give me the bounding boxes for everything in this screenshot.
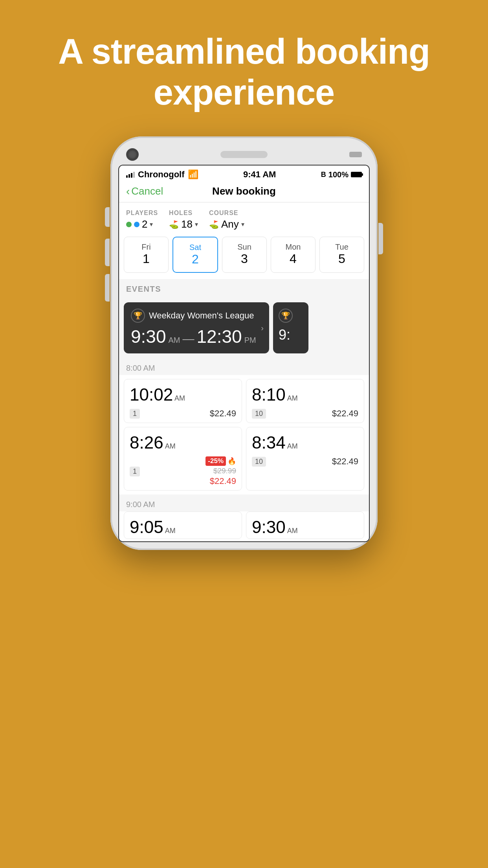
signal-bars-icon <box>126 171 135 178</box>
slot-time-905: 9:05 <box>130 517 163 537</box>
player-dot-1 <box>126 222 132 227</box>
date-fri-1[interactable]: Fri 1 <box>124 237 169 273</box>
event-start-time-0: 9:30 <box>131 326 166 347</box>
discount-badge-826: -25% <box>205 456 226 466</box>
cancel-button[interactable]: ‹ Cancel <box>126 185 163 198</box>
slot-bottom-834: 10 $22.49 <box>252 456 358 467</box>
headline-text: A streamlined booking experience <box>31 31 457 113</box>
headline-area: A streamlined booking experience <box>0 0 488 136</box>
cancel-label: Cancel <box>131 185 163 197</box>
phone-top-bar <box>118 144 370 165</box>
slot-card-1002[interactable]: 10:02 AM 1 $22.49 <box>124 379 242 423</box>
battery-pct: 100% <box>328 170 349 179</box>
slot-bottom-826: 1 -25% 🔥 $29.99 $22.49 <box>130 456 236 486</box>
slot-badge-810: 10 <box>252 409 266 419</box>
slot-badge-826: 1 <box>130 467 140 476</box>
slot-card-930[interactable]: 9:30 AM -25% 🔥 <box>246 511 364 539</box>
date-mon-4[interactable]: Mon 4 <box>271 237 316 273</box>
event-start-partial: 9: <box>279 327 290 343</box>
event-dash-0: — <box>183 332 194 346</box>
slot-card-905[interactable]: 9:05 AM -25% 🔥 <box>124 511 242 539</box>
event-card-1[interactable]: 🏆 9: <box>273 302 308 353</box>
slot-badge-834: 10 <box>252 457 266 467</box>
phone-frame: Chronogolf 📶 9:41 AM B 100% ‹ Cancel New… <box>110 136 378 550</box>
holes-option[interactable]: HOLES ⛳ 18 ▾ <box>169 210 198 230</box>
slot-time-826: 8:26 <box>130 433 163 452</box>
status-bar: Chronogolf 📶 9:41 AM B 100% <box>119 166 369 182</box>
discount-row-826: -25% 🔥 <box>205 456 236 466</box>
slot-period-826: AM <box>165 442 176 451</box>
slot-period-930: AM <box>287 527 298 535</box>
event-header-0: 🏆 Weekday Women's League <box>131 309 262 323</box>
date-num-0: 1 <box>143 252 150 266</box>
phone-camera <box>126 148 139 161</box>
slot-bottom-810: 10 $22.49 <box>252 408 358 419</box>
course-dropdown-icon: ▾ <box>241 221 244 228</box>
slot-price-834: $22.49 <box>332 456 358 467</box>
battery-icon <box>351 172 362 177</box>
holes-label: HOLES <box>169 210 198 217</box>
slot-sale-price-826: $22.49 <box>210 476 236 486</box>
date-picker: Fri 1 Sat 2 Sun 3 Mon 4 Tue 5 <box>119 230 369 279</box>
course-label: COURSE <box>209 210 244 217</box>
date-day-2: Sun <box>237 243 251 252</box>
holes-value-row: ⛳ 18 ▾ <box>169 218 198 230</box>
event-card-0[interactable]: 🏆 Weekday Women's League 9:30 AM — 12:30… <box>124 302 269 353</box>
date-day-4: Tue <box>335 243 349 252</box>
time-group-label-8am: 8:00 AM <box>119 358 369 375</box>
slot-time-row-810: 8:10 AM <box>252 385 358 405</box>
players-option[interactable]: PLAYERS 2 ▾ <box>126 210 158 230</box>
battery-fill <box>352 173 361 177</box>
fire-icon-826: 🔥 <box>227 457 236 465</box>
event-arrow-icon-0: › <box>261 324 264 333</box>
nav-bar: ‹ Cancel New booking <box>119 182 369 202</box>
date-sun-3[interactable]: Sun 3 <box>222 237 267 273</box>
back-chevron-icon: ‹ <box>126 185 130 198</box>
players-count: 2 <box>142 218 147 230</box>
phone-sensors <box>349 152 362 157</box>
date-tue-5[interactable]: Tue 5 <box>319 237 364 273</box>
pin-icon: ⛳ <box>169 220 179 229</box>
slot-period-905: AM <box>165 527 176 535</box>
date-day-0: Fri <box>141 243 150 252</box>
events-section-label: EVENTS <box>119 279 369 298</box>
slot-time-row-1002: 10:02 AM <box>130 385 236 405</box>
players-value-row: 2 ▾ <box>126 218 158 230</box>
slot-time-row-834: 8:34 AM <box>252 433 358 452</box>
holes-dropdown-icon: ▾ <box>195 221 198 228</box>
slot-card-810[interactable]: 8:10 AM 10 $22.49 <box>246 379 364 423</box>
event-end-period-0: PM <box>244 336 256 345</box>
players-label: PLAYERS <box>126 210 158 217</box>
date-day-1: Sat <box>189 243 201 252</box>
slots-grid-9am: 9:05 AM -25% 🔥 9:30 AM -25% 🔥 <box>119 511 369 541</box>
slot-time-1002: 10:02 <box>130 385 173 405</box>
slot-bottom-1002: 1 $22.49 <box>130 408 236 419</box>
volume-down-button <box>105 274 110 302</box>
mute-button <box>105 207 110 227</box>
slot-time-row-905: 9:05 AM <box>130 517 236 537</box>
course-pin-icon: ⛳ <box>209 220 219 229</box>
slot-period-810: AM <box>287 394 298 403</box>
power-button <box>378 223 383 254</box>
date-num-2: 3 <box>241 252 248 266</box>
events-row: 🏆 Weekday Women's League 9:30 AM — 12:30… <box>119 298 369 358</box>
slot-time-810: 8:10 <box>252 385 286 405</box>
trophy-icon-0: 🏆 <box>131 309 145 323</box>
course-value: Any <box>221 218 239 230</box>
slot-period-834: AM <box>287 442 298 451</box>
booking-options: PLAYERS 2 ▾ HOLES ⛳ 18 ▾ COURSE <box>119 202 369 230</box>
phone-screen: Chronogolf 📶 9:41 AM B 100% ‹ Cancel New… <box>118 165 370 542</box>
status-right: B 100% <box>321 170 362 179</box>
slot-card-826[interactable]: 8:26 AM 1 -25% 🔥 $29.99 $22.49 <box>124 427 242 491</box>
slot-price-1002: $22.49 <box>210 408 236 419</box>
slots-grid-8am: 10:02 AM 1 $22.49 8:10 AM 10 <box>119 375 369 495</box>
slot-time-row-826: 8:26 AM <box>130 433 236 452</box>
discount-badge-930: -25% <box>252 539 272 539</box>
course-option[interactable]: COURSE ⛳ Any ▾ <box>209 210 244 230</box>
slot-orig-price-826: $29.99 <box>213 467 236 475</box>
slot-card-834[interactable]: 8:34 AM 10 $22.49 <box>246 427 364 491</box>
slot-period-1002: AM <box>174 394 185 403</box>
course-value-row: ⛳ Any ▾ <box>209 218 244 230</box>
wifi-icon: 📶 <box>188 169 198 180</box>
date-sat-2[interactable]: Sat 2 <box>172 237 218 273</box>
